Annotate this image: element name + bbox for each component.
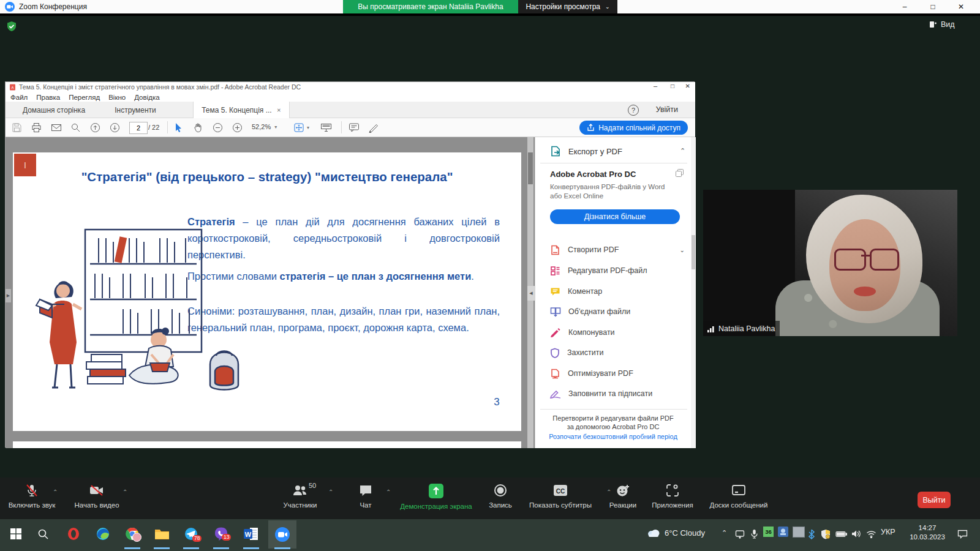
maximize-icon[interactable]: □ — [919, 0, 947, 13]
zoom-in-icon[interactable] — [232, 122, 243, 133]
tray-language-indicator[interactable]: УКР — [881, 528, 895, 536]
print-icon[interactable] — [31, 122, 42, 133]
collapse-section-icon[interactable]: ⌃ — [680, 147, 685, 155]
chevron-up-icon[interactable]: ⌃ — [123, 489, 127, 495]
participants-button[interactable]: 50 Участники — [268, 483, 332, 509]
taskbar-telegram-icon[interactable]: 78 — [183, 525, 200, 542]
zoom-app-icon — [5, 2, 15, 12]
scrollbar-thumb[interactable] — [528, 152, 533, 184]
tool-protect[interactable]: Захистити — [550, 345, 685, 360]
participant-video[interactable]: Nataliia Pavlikha — [703, 190, 957, 336]
close-icon[interactable]: ✕ — [947, 0, 975, 13]
tray-defender-icon[interactable]: ! — [820, 525, 832, 542]
tab-document[interactable]: Тема 5. Концепція ... ✕ — [193, 102, 290, 118]
acrobat-toolbar: / 22 52,2% ▾ ▾ Надати спільний доступ — [6, 118, 695, 137]
tool-fill-sign[interactable]: Заповнити та підписати — [550, 386, 685, 401]
view-options-button[interactable]: Настройки просмотра ⌄ — [518, 0, 617, 13]
tab-close-icon[interactable]: ✕ — [277, 107, 281, 113]
presentation-mode-icon[interactable] — [320, 122, 332, 133]
telegram-badge: 78 — [192, 535, 202, 542]
action-center-icon[interactable] — [956, 525, 969, 542]
save-icon[interactable] — [12, 122, 22, 133]
taskbar-opera-icon[interactable] — [65, 525, 82, 542]
select-tool-icon[interactable] — [173, 122, 183, 133]
taskbar-explorer-icon[interactable] — [153, 525, 170, 542]
weather-widget[interactable]: 6°C Cloudy — [647, 528, 705, 538]
taskbar-search-icon[interactable] — [34, 525, 51, 542]
chevron-down-icon[interactable]: ⌄ — [680, 247, 685, 253]
chevron-up-icon[interactable]: ⌃ — [328, 489, 333, 495]
sign-in-button[interactable]: Увійти — [656, 105, 678, 114]
menu-help[interactable]: Довідка — [134, 94, 159, 101]
panel-scrollbar[interactable] — [691, 137, 696, 448]
tray-chevron-up-icon[interactable]: ⌃ — [722, 529, 727, 537]
slide-title: "Стратегія" (від грецького – strategy) "… — [13, 170, 521, 184]
tray-display-icon[interactable] — [793, 527, 805, 538]
menu-view[interactable]: Перегляд — [69, 94, 100, 101]
view-button[interactable]: Вид — [929, 20, 955, 29]
chat-icon — [358, 483, 373, 498]
tool-optimize-pdf[interactable]: Оптимізувати PDF — [550, 366, 685, 381]
share-screen-button[interactable]: Демонстрация экрана — [404, 483, 468, 510]
tray-bluetooth-icon[interactable] — [806, 525, 817, 542]
tray-battery-icon[interactable] — [834, 525, 848, 542]
tool-edit-pdf[interactable]: Редагувати PDF-файл — [550, 263, 685, 278]
menu-file[interactable]: Файл — [10, 94, 28, 101]
tool-combine-files[interactable]: Об'єднати файли — [550, 304, 685, 319]
email-icon[interactable] — [51, 122, 62, 133]
fit-page-icon[interactable]: ▾ — [293, 122, 309, 133]
taskbar-viber-icon[interactable]: 13 — [213, 525, 230, 542]
panel-scrollbar-thumb[interactable] — [692, 235, 695, 269]
highlight-pen-icon[interactable] — [368, 122, 379, 133]
tray-36-badge[interactable]: 36 — [763, 527, 774, 537]
taskbar-edge-icon[interactable] — [94, 525, 111, 542]
tray-wifi-icon[interactable] — [865, 525, 877, 542]
tool-comment[interactable]: Коментар — [550, 284, 685, 299]
taskbar-word-icon[interactable]: W — [243, 525, 260, 542]
tool-create-pdf[interactable]: Створити PDF ⌄ — [550, 242, 685, 257]
minimize-icon[interactable]: – — [891, 0, 919, 13]
chat-button[interactable]: Чат — [334, 483, 398, 509]
tab-home[interactable]: Домашня сторінка — [8, 102, 100, 118]
tray-volume-icon[interactable] — [850, 525, 862, 542]
page-number-input[interactable] — [129, 122, 148, 134]
chevron-up-icon[interactable]: ⌃ — [53, 489, 58, 495]
tray-clock[interactable]: 14:27 10.03.2023 — [905, 523, 949, 542]
menu-edit[interactable]: Правка — [36, 94, 60, 101]
help-icon[interactable]: ? — [628, 105, 639, 116]
learn-more-button[interactable]: Дізнатися більше — [550, 209, 680, 224]
export-pdf-header[interactable]: Експорт у PDF — [550, 146, 622, 157]
acrobat-restore-icon[interactable]: □ — [671, 83, 674, 89]
tab-tools[interactable]: Інструменти — [102, 102, 168, 118]
tray-remote-app-icon[interactable] — [778, 527, 788, 537]
unmute-button[interactable]: Включить звук — [0, 483, 64, 509]
zoom-level-dropdown[interactable]: 52,2% ▾ — [252, 123, 277, 130]
chevron-up-icon[interactable]: ⌃ — [386, 489, 391, 495]
acrobat-close-icon[interactable]: ✕ — [685, 83, 690, 89]
zoom-out-icon[interactable] — [213, 122, 223, 133]
comment-tool-icon[interactable] — [349, 122, 360, 133]
left-panel-flyout-icon[interactable]: ▶ — [6, 289, 11, 302]
apps-button[interactable]: Приложения — [641, 483, 704, 509]
tool-organize[interactable]: Компонувати — [550, 325, 685, 340]
share-document-button[interactable]: Надати спільний доступ — [579, 121, 688, 135]
page-up-icon[interactable] — [90, 122, 100, 133]
panel-collapse-handle-icon[interactable]: ◀ — [527, 286, 535, 301]
free-trial-link[interactable]: Розпочати безкоштовний пробний період — [535, 433, 691, 440]
hand-tool-icon[interactable] — [193, 122, 203, 133]
captions-button[interactable]: CC Показать субтитры — [518, 483, 603, 509]
tray-screencast-icon[interactable] — [734, 525, 746, 542]
tool-label: Компонувати — [568, 328, 615, 337]
search-icon[interactable] — [70, 122, 81, 133]
start-video-button[interactable]: Начать видео — [65, 483, 129, 509]
page-down-icon[interactable] — [110, 122, 120, 133]
start-button[interactable] — [7, 525, 24, 542]
tray-mic-icon[interactable] — [748, 525, 760, 542]
taskbar-chrome-icon[interactable] — [124, 525, 141, 542]
acrobat-minimize-icon[interactable]: – — [654, 82, 657, 89]
tool-label: Заповнити та підписати — [568, 389, 652, 398]
taskbar-zoom-active-cell[interactable] — [268, 520, 296, 549]
menu-window[interactable]: Вікно — [108, 94, 126, 101]
whiteboards-button[interactable]: Доски сообщений — [702, 483, 775, 509]
leave-meeting-button[interactable]: Выйти — [918, 492, 951, 508]
